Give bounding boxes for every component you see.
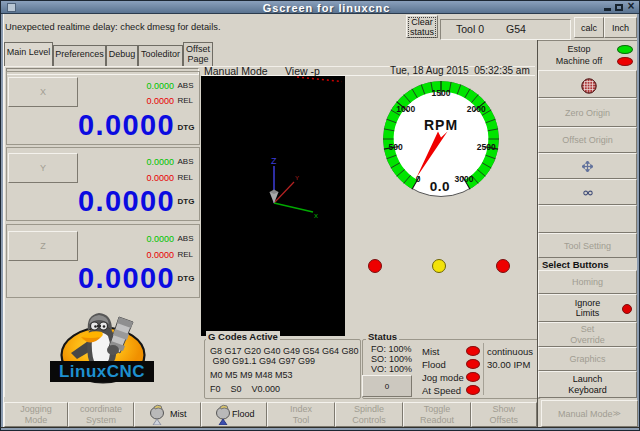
svg-text:0: 0 [416,174,421,184]
svg-text:2000: 2000 [467,104,486,114]
svg-text:Y: Y [295,175,299,181]
svg-text:RPM: RPM [424,117,458,133]
svg-text:1000: 1000 [396,104,415,114]
svg-text:3000: 3000 [455,174,474,184]
svg-text:2500: 2500 [477,142,496,152]
svg-text:500: 500 [389,142,403,152]
svg-text:1500: 1500 [432,88,451,98]
svg-text:Z: Z [271,156,277,166]
svg-text:x: x [314,211,318,220]
svg-text:0.0: 0.0 [430,179,450,194]
